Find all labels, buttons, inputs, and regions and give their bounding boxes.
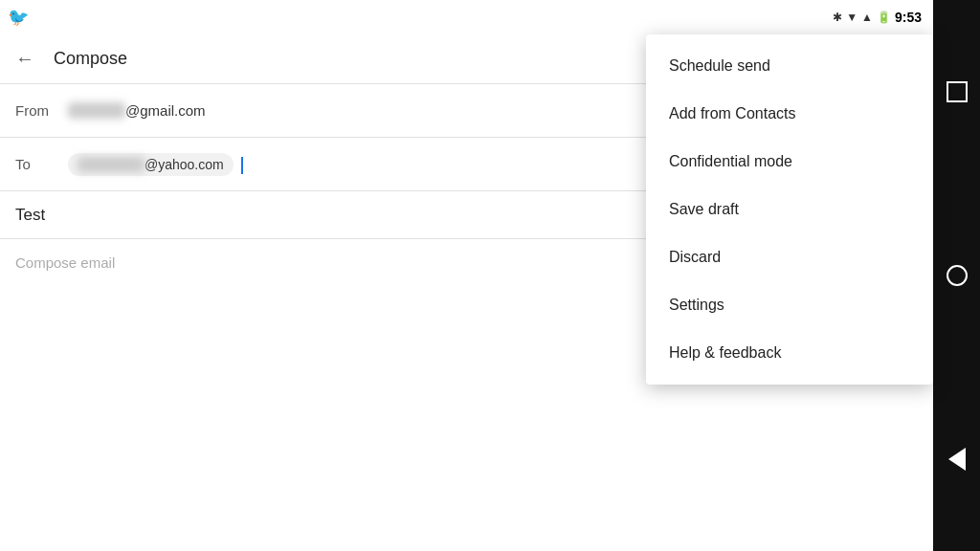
battery-icon: 🔋 [877,11,891,24]
body-placeholder: Compose email [15,254,115,271]
square-icon [947,81,968,102]
menu-item-confidential[interactable]: Confidential mode [646,138,933,186]
bluetooth-icon: ✱ [833,11,842,24]
clock: 9:53 [895,10,922,25]
to-email-domain: @yahoo.com [145,157,224,172]
menu-item-settings[interactable]: Settings [646,281,933,329]
to-chip[interactable]: xxxxxxxxxx@yahoo.com [68,153,234,176]
triangle-icon [948,448,966,471]
menu-item-discard[interactable]: Discard [646,233,933,281]
to-label: To [15,156,68,172]
nav-bar [933,0,980,551]
to-cursor [241,157,243,174]
from-email-blurred: xxxxxxxx [68,102,125,119]
status-bar: 🐦 ✱ ▼ ▲ 🔋 9:53 [0,0,933,34]
from-email-domain: @gmail.com [125,102,206,119]
menu-item-help-feedback[interactable]: Help & feedback [646,329,933,377]
context-menu: Schedule send Add from Contacts Confiden… [646,34,933,385]
nav-square-button[interactable] [942,77,972,107]
circle-icon [947,265,968,286]
page-title: Compose [54,49,127,69]
menu-item-save-draft[interactable]: Save draft [646,186,933,233]
from-label: From [15,102,68,119]
subject-value[interactable]: Test [15,206,45,225]
wifi-icon: ▼ [846,11,858,24]
status-bar-left: 🐦 [8,7,29,28]
signal-icon: ▲ [861,11,873,24]
status-bar-right: ✱ ▼ ▲ 🔋 9:53 [833,10,922,25]
menu-item-schedule-send[interactable]: Schedule send [646,42,933,90]
twitter-icon: 🐦 [8,7,29,28]
nav-back-button[interactable] [942,444,972,474]
to-email-blurred: xxxxxxxxxx [78,157,145,172]
back-button[interactable]: ← [15,48,34,70]
phone-screen: 🐦 ✱ ▼ ▲ 🔋 9:53 ← Compose From xxxxxxxx@g… [0,0,933,551]
nav-home-button[interactable] [942,260,972,291]
menu-item-add-contacts[interactable]: Add from Contacts [646,90,933,138]
